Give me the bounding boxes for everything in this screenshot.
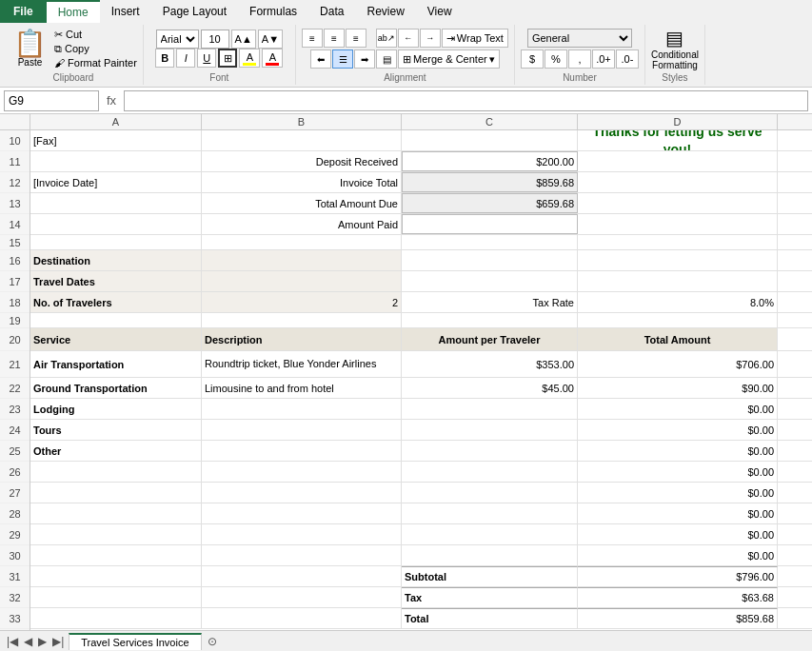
cell-17-B[interactable]: [202, 271, 402, 291]
comma-button[interactable]: ,: [568, 49, 591, 69]
font-size-input[interactable]: [201, 30, 229, 49]
function-button[interactable]: fx: [99, 93, 124, 108]
tab-file[interactable]: File: [0, 0, 47, 23]
cut-button[interactable]: ✂ Cut: [54, 28, 137, 42]
decrease-decimal-button[interactable]: .0-: [616, 49, 639, 69]
sheet-nav-next[interactable]: ▶: [35, 635, 50, 648]
sheet-nav-first[interactable]: |◀: [4, 635, 21, 648]
cell-17-D[interactable]: [578, 271, 778, 291]
orientation-button[interactable]: ab↗: [376, 29, 397, 48]
cell-31-A[interactable]: [30, 566, 202, 586]
cell-22-A[interactable]: Ground Transportation: [30, 378, 202, 398]
cell-10-A[interactable]: [Fax]: [30, 130, 202, 150]
cell-14-A[interactable]: [30, 214, 202, 234]
cell-28-D[interactable]: $0.00: [578, 503, 778, 523]
cell-13-A[interactable]: [30, 193, 202, 213]
decrease-font-button[interactable]: A▼: [258, 30, 283, 49]
sheet-nav-last[interactable]: ▶|: [50, 635, 67, 648]
cell-20-B[interactable]: Description: [202, 328, 402, 350]
cell-13-D[interactable]: [578, 193, 778, 213]
cell-23-B[interactable]: [202, 399, 402, 419]
align-left-button[interactable]: ⬅: [310, 49, 331, 69]
align-top-center-button[interactable]: ≡: [324, 29, 345, 48]
format-painter-button[interactable]: 🖌 Format Painter: [54, 56, 137, 69]
cell-29-A[interactable]: [30, 524, 202, 544]
cell-27-A[interactable]: [30, 483, 202, 503]
cell-33-A[interactable]: [30, 608, 202, 628]
cell-23-D[interactable]: $0.00: [578, 399, 778, 419]
cell-26-D[interactable]: $0.00: [578, 462, 778, 482]
cell-31-B[interactable]: [202, 566, 402, 586]
tab-view[interactable]: View: [416, 0, 464, 23]
cell-17-C[interactable]: [402, 271, 578, 291]
cell-16-B[interactable]: [202, 250, 402, 270]
cell-28-A[interactable]: [30, 503, 202, 523]
cell-24-B[interactable]: [202, 420, 402, 440]
cell-14-D[interactable]: [578, 214, 778, 234]
tab-formulas[interactable]: Formulas: [238, 0, 308, 23]
cell-25-D[interactable]: $0.00: [578, 441, 778, 461]
cell-22-D[interactable]: $90.00: [578, 378, 778, 398]
cell-20-C[interactable]: Amount per Traveler: [402, 328, 578, 350]
formula-input[interactable]: [124, 90, 808, 111]
cell-12-B[interactable]: Invoice Total: [202, 172, 402, 192]
cell-20-D[interactable]: Total Amount: [578, 328, 778, 350]
cell-16-C[interactable]: [402, 250, 578, 270]
cell-32-B[interactable]: [202, 587, 402, 607]
paste-button[interactable]: 📋 Paste: [10, 29, 50, 69]
cell-24-C[interactable]: [402, 420, 578, 440]
tab-home[interactable]: Home: [47, 0, 100, 23]
cell-19-D[interactable]: [578, 313, 778, 327]
percent-button[interactable]: %: [545, 49, 567, 69]
cell-18-C[interactable]: Tax Rate: [402, 292, 578, 312]
cell-32-A[interactable]: [30, 587, 202, 607]
cell-11-C[interactable]: $200.00: [402, 151, 578, 171]
cell-25-B[interactable]: [202, 441, 402, 461]
tab-page-layout[interactable]: Page Layout: [151, 0, 238, 23]
cell-32-C[interactable]: Tax: [402, 587, 578, 607]
underline-button[interactable]: U: [197, 49, 216, 68]
cell-23-C[interactable]: [402, 399, 578, 419]
cell-19-C[interactable]: [402, 313, 578, 327]
cell-17-A[interactable]: Travel Dates: [30, 271, 202, 291]
font-family-select[interactable]: Arial: [156, 30, 199, 49]
cell-19-B[interactable]: [202, 313, 402, 327]
cell-15-A[interactable]: [30, 235, 202, 249]
fill-color-button[interactable]: A: [239, 49, 260, 68]
cell-10-C[interactable]: [402, 130, 578, 150]
cell-21-C[interactable]: $353.00: [402, 351, 578, 377]
cell-16-A[interactable]: Destination: [30, 250, 202, 270]
bold-button[interactable]: B: [155, 49, 174, 68]
cell-29-C[interactable]: [402, 524, 578, 544]
cell-30-A[interactable]: [30, 545, 202, 565]
align-top-right-button[interactable]: ≡: [346, 29, 366, 48]
cell-25-A[interactable]: Other: [30, 441, 202, 461]
align-right-button[interactable]: ➡: [354, 49, 375, 69]
italic-button[interactable]: I: [176, 49, 195, 68]
cell-14-B[interactable]: Amount Paid: [202, 214, 402, 234]
cell-18-B[interactable]: 2: [202, 292, 402, 312]
indent-inc-button[interactable]: →: [420, 29, 441, 48]
cell-21-A[interactable]: Air Transportation: [30, 351, 202, 377]
indent-dec-button[interactable]: ←: [398, 29, 419, 48]
align-center-button[interactable]: ☰: [332, 49, 353, 69]
cell-31-C[interactable]: Subtotal: [402, 566, 578, 586]
currency-button[interactable]: $: [521, 49, 544, 69]
cell-24-A[interactable]: Tours: [30, 420, 202, 440]
cell-15-B[interactable]: [202, 235, 402, 249]
cell-27-C[interactable]: [402, 483, 578, 503]
name-box[interactable]: [4, 90, 99, 111]
cell-27-D[interactable]: $0.00: [578, 483, 778, 503]
cell-15-C[interactable]: [402, 235, 578, 249]
cell-20-A[interactable]: Service: [30, 328, 202, 350]
align-justify-button[interactable]: ▤: [376, 49, 397, 69]
increase-font-button[interactable]: A▲: [231, 30, 256, 49]
sheet-nav-prev[interactable]: ◀: [21, 635, 35, 648]
font-color-button[interactable]: A: [262, 49, 283, 68]
cell-12-A[interactable]: [Invoice Date]: [30, 172, 202, 192]
cell-28-B[interactable]: [202, 503, 402, 523]
cell-13-B[interactable]: Total Amount Due: [202, 193, 402, 213]
cell-22-B[interactable]: Limousine to and from hotel: [202, 378, 402, 398]
cell-27-B[interactable]: [202, 483, 402, 503]
cell-21-D[interactable]: $706.00: [578, 351, 778, 377]
